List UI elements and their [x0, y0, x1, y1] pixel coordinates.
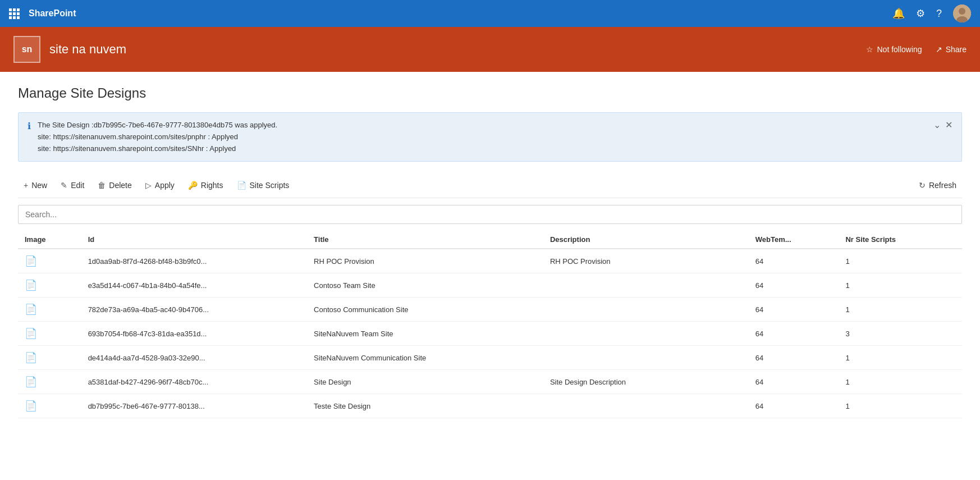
row-id: de414a4d-aa7d-4528-9a03-32e90... [81, 346, 307, 370]
rights-button[interactable]: 🔑 Rights [182, 177, 229, 193]
row-nrscripts: 1 [839, 370, 962, 394]
row-id: 1d0aa9ab-8f7d-4268-bf48-b3b9fc0... [81, 249, 307, 273]
main-content: Manage Site Designs ℹ The Site Design :d… [0, 72, 980, 432]
site-header: sn site na nuvem ☆ Not following ↗ Share [0, 27, 980, 72]
document-icon: 📄 [25, 280, 37, 291]
row-description [543, 322, 749, 346]
row-nrscripts: 1 [839, 298, 962, 322]
site-header-actions: ☆ Not following ↗ Share [866, 45, 967, 54]
document-icon: 📄 [25, 352, 37, 363]
share-button[interactable]: ↗ Share [936, 45, 967, 54]
row-nrscripts: 3 [839, 322, 962, 346]
site-scripts-label: Site Scripts [250, 181, 290, 190]
search-container [18, 205, 962, 224]
not-following-button[interactable]: ☆ Not following [866, 45, 922, 54]
share-label: Share [946, 45, 967, 54]
settings-icon[interactable]: ⚙ [916, 7, 925, 20]
trash-icon: 🗑 [98, 181, 106, 190]
apply-button[interactable]: ▷ Apply [140, 177, 180, 193]
app-name: SharePoint [29, 8, 76, 19]
banner-collapse-button[interactable]: ⌄ [933, 120, 941, 130]
row-webtem: 64 [749, 298, 839, 322]
table-header-row: Image Id Title Description WebTem... Nr … [18, 231, 962, 249]
table-row[interactable]: 📄1d0aa9ab-8f7d-4268-bf48-b3b9fc0...RH PO… [18, 249, 962, 273]
row-nrscripts: 1 [839, 346, 962, 370]
row-webtem: 64 [749, 394, 839, 418]
edit-button[interactable]: ✎ Edit [55, 177, 90, 193]
table-row[interactable]: 📄782de73a-a69a-4ba5-ac40-9b4706...Contos… [18, 298, 962, 322]
search-input[interactable] [18, 205, 962, 224]
row-title: Teste Site Design [307, 394, 543, 418]
row-description [543, 346, 749, 370]
row-title: Site Design [307, 370, 543, 394]
new-button[interactable]: + New [18, 177, 53, 193]
apply-label: Apply [155, 181, 175, 190]
row-description [543, 298, 749, 322]
rights-label: Rights [201, 181, 223, 190]
row-webtem: 64 [749, 370, 839, 394]
rights-icon: 🔑 [188, 181, 198, 190]
document-icon: 📄 [25, 328, 37, 339]
table-row[interactable]: 📄e3a5d144-c067-4b1a-84b0-4a54fe...Contos… [18, 273, 962, 298]
top-nav-right-icons: 🔔 ⚙ ? [892, 4, 971, 22]
banner-message-1: The Site Design :db7b995c-7be6-467e-9777… [38, 120, 277, 131]
col-header-description: Description [543, 231, 749, 249]
refresh-button[interactable]: ↻ Refresh [913, 177, 962, 193]
row-id: a5381daf-b427-4296-96f7-48cb70c... [81, 370, 307, 394]
row-image: 📄 [18, 249, 81, 273]
row-image: 📄 [18, 394, 81, 418]
avatar[interactable] [953, 4, 971, 22]
col-header-webtem: WebTem... [749, 231, 839, 249]
table-body: 📄1d0aa9ab-8f7d-4268-bf48-b3b9fc0...RH PO… [18, 249, 962, 418]
table-row[interactable]: 📄de414a4d-aa7d-4528-9a03-32e90...SiteNaN… [18, 346, 962, 370]
row-nrscripts: 1 [839, 394, 962, 418]
table-row[interactable]: 📄693b7054-fb68-47c3-81da-ea351d...SiteNa… [18, 322, 962, 346]
app-launcher-button[interactable] [9, 8, 20, 19]
notification-icon[interactable]: 🔔 [892, 7, 905, 20]
not-following-label: Not following [877, 45, 922, 54]
document-icon: 📄 [25, 255, 37, 267]
row-image: 📄 [18, 298, 81, 322]
scripts-icon: 📄 [237, 181, 246, 190]
toolbar: + New ✎ Edit 🗑 Delete ▷ Apply 🔑 Rights 📄… [18, 173, 962, 198]
row-image: 📄 [18, 273, 81, 298]
site-name: site na nuvem [49, 42, 126, 57]
banner-actions: ⌄ ✕ [933, 120, 952, 130]
site-scripts-button[interactable]: 📄 Site Scripts [231, 177, 295, 193]
edit-icon: ✎ [61, 181, 67, 190]
row-webtem: 64 [749, 249, 839, 273]
row-nrscripts: 1 [839, 273, 962, 298]
share-icon: ↗ [936, 45, 942, 54]
table-row[interactable]: 📄a5381daf-b427-4296-96f7-48cb70c...Site … [18, 370, 962, 394]
refresh-icon: ↻ [919, 181, 926, 190]
table-row[interactable]: 📄db7b995c-7be6-467e-9777-80138...Teste S… [18, 394, 962, 418]
row-id: 693b7054-fb68-47c3-81da-ea351d... [81, 322, 307, 346]
col-header-title: Title [307, 231, 543, 249]
row-title: SiteNaNuvem Team Site [307, 322, 543, 346]
document-icon: 📄 [25, 304, 37, 315]
waffle-icon [9, 8, 20, 19]
site-designs-table: Image Id Title Description WebTem... Nr … [18, 231, 962, 418]
edit-label: Edit [71, 181, 84, 190]
row-webtem: 64 [749, 273, 839, 298]
refresh-label: Refresh [929, 181, 956, 190]
row-webtem: 64 [749, 346, 839, 370]
row-title: Contoso Communication Site [307, 298, 543, 322]
play-icon: ▷ [145, 181, 152, 190]
row-id: e3a5d144-c067-4b1a-84b0-4a54fe... [81, 273, 307, 298]
banner-message-2: site: https://sitenanuvem.sharepoint.com… [38, 131, 277, 143]
delete-label: Delete [109, 181, 131, 190]
star-icon: ☆ [866, 45, 873, 54]
row-description: Site Design Description [543, 370, 749, 394]
page-title: Manage Site Designs [18, 85, 962, 101]
row-image: 📄 [18, 370, 81, 394]
help-icon[interactable]: ? [936, 8, 942, 20]
row-description: RH POC Provision [543, 249, 749, 273]
row-id: 782de73a-a69a-4ba5-ac40-9b4706... [81, 298, 307, 322]
top-navigation: SharePoint 🔔 ⚙ ? [0, 0, 980, 27]
banner-close-button[interactable]: ✕ [945, 120, 952, 130]
plus-icon: + [24, 181, 28, 190]
row-image: 📄 [18, 322, 81, 346]
delete-button[interactable]: 🗑 Delete [92, 177, 137, 193]
svg-point-1 [959, 8, 965, 15]
